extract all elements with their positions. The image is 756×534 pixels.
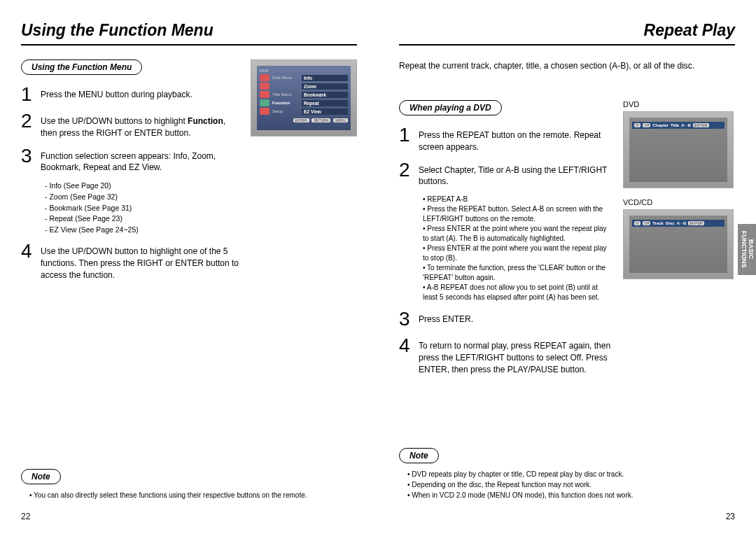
sub-reference-list: Info (See Page 20) Zoom (See Page 32) Bo… [45, 181, 242, 236]
step-number: 2 [399, 160, 419, 180]
osd-bar: ⟳ Off Chapter Title A - B ENTER [632, 122, 724, 129]
osd-enter: ENTER [693, 123, 709, 127]
repeat-ab-bullets: REPEAT A-B Press the REPEAT button. Sele… [423, 195, 613, 302]
step-item: 3 Function selection screen appears: Inf… [21, 146, 242, 174]
tab-line2: FUNCTIONS [741, 231, 748, 268]
list-item: A-B REPEAT does not allow you to set poi… [423, 283, 613, 302]
osd-word: A - B [677, 221, 687, 225]
step-number: 1 [21, 85, 41, 104]
screen-button: MENU [333, 118, 348, 122]
screen-button: ENTER [293, 118, 309, 122]
osd-icon: ⟳ [634, 221, 640, 225]
step-number: 3 [21, 146, 41, 166]
step-text: Function selection screen appears: Info,… [41, 146, 242, 174]
intro-text: Repeat the current track, chapter, title… [399, 59, 735, 72]
bullet-heading: REPEAT A-B [423, 195, 613, 204]
list-item: Zoom (See Page 32) [45, 192, 242, 203]
note-section-left: Note You can also directly select these … [21, 469, 357, 500]
section-tab: BASIC FUNCTIONS [738, 224, 756, 275]
step-text: Press the REPEAT button on the remote. R… [419, 125, 613, 153]
step-text: Use the UP/DOWN button to highlight one … [41, 241, 242, 281]
step-text: Select Chapter, Title or A-B using the L… [419, 160, 613, 188]
osd-enter: ENTER [688, 221, 704, 225]
page-left: Using the Function Menu Using the Functi… [0, 0, 378, 534]
step-text: To return to normal play, press REPEAT a… [419, 336, 613, 375]
tab-line1: BASIC [748, 239, 755, 259]
step-text: Use the UP/DOWN buttons to highlight Fun… [41, 111, 242, 139]
note-section-right: Note DVD repeats play by chapter or titl… [399, 448, 735, 500]
list-item: Press the REPEAT button. Select A-B on s… [423, 204, 613, 224]
page-number-left: 22 [21, 512, 30, 521]
step-item: 4 To return to normal play, press REPEAT… [399, 336, 613, 375]
osd-word: A - B [681, 123, 691, 127]
list-item: Bookmark (See Page 31) [45, 203, 242, 214]
osd-word: Chapter [652, 123, 668, 127]
step-number: 3 [399, 309, 419, 329]
tv-label-vcdcd: VCD/CD [623, 198, 735, 206]
list-item: Info (See Page 20) [45, 181, 242, 192]
step-text: Press ENTER. [419, 309, 473, 325]
note-item: Depending on the disc, the Repeat functi… [407, 479, 735, 490]
tv-illustration-dvd: ⟳ Off Chapter Title A - B ENTER [623, 111, 734, 188]
tv-label-dvd: DVD [623, 100, 735, 108]
step-item: 3 Press ENTER. [399, 309, 613, 329]
tv-illustration-vcdcd: ⟳ Off Track Disc A - B ENTER [623, 209, 734, 279]
note-item: DVD repeats play by chapter or title, CD… [407, 469, 735, 479]
section-heading-right: When playing a DVD [399, 100, 502, 115]
section-heading-left: Using the Function Menu [21, 59, 142, 75]
tv-illustration-function-menu: DVD Disk MenuInfo Zoom Title MenuBookmar… [251, 59, 357, 136]
note-item: You can also directly select these funct… [29, 490, 357, 500]
step-item: 4 Use the UP/DOWN button to highlight on… [21, 241, 242, 281]
step-item: 2 Select Chapter, Title or A-B using the… [399, 160, 613, 188]
step-item: 2 Use the UP/DOWN buttons to highlight F… [21, 111, 242, 139]
step-item: 1 Press the MENU button during playback. [21, 85, 242, 104]
note-heading: Note [399, 448, 439, 463]
list-item: EZ View (See Page 24~25) [45, 225, 242, 236]
note-heading: Note [21, 469, 61, 484]
note-item: When in VCD 2.0 mode (MENU ON mode), thi… [407, 490, 735, 500]
step-number: 1 [399, 125, 419, 145]
osd-off: Off [643, 123, 650, 127]
osd-bar: ⟳ Off Track Disc A - B ENTER [632, 220, 724, 227]
osd-word: Title [671, 123, 679, 127]
step-number: 4 [399, 336, 419, 356]
osd-off: Off [643, 221, 650, 225]
page-right: Repeat Play Repeat the current track, ch… [378, 0, 756, 534]
step-number: 2 [21, 111, 41, 131]
step-text: Press the MENU button during playback. [41, 85, 192, 101]
page-number-right: 23 [726, 512, 735, 521]
screen-button: RETURN [312, 118, 330, 122]
osd-icon: ⟳ [634, 123, 640, 127]
page-title-left: Using the Function Menu [21, 21, 357, 45]
osd-word: Track [652, 221, 664, 225]
screen-top-label: DVD [260, 69, 348, 73]
page-title-right: Repeat Play [399, 21, 735, 45]
list-item: To terminate the function, press the 'CL… [423, 263, 613, 283]
step-item: 1 Press the REPEAT button on the remote.… [399, 125, 613, 153]
list-item: Press ENTER at the point where you want … [423, 224, 613, 244]
list-item: Repeat (See Page 23) [45, 213, 242, 225]
osd-word: Disc [666, 221, 675, 225]
list-item: Press ENTER at the point where you want … [423, 244, 613, 263]
step-number: 4 [21, 241, 41, 261]
